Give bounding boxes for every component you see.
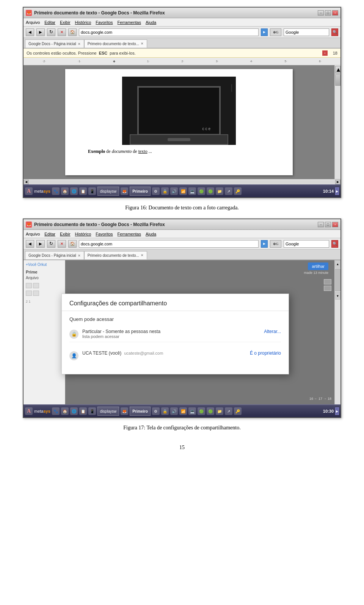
go-btn-1[interactable]: ▶	[261, 28, 268, 36]
home-btn-2[interactable]: 🏠	[68, 240, 77, 248]
taskbar-icon2-13[interactable]: 📁	[216, 407, 223, 415]
tab-primeiro-doc-2[interactable]: Primeiro documento de texto... ✕	[84, 251, 147, 259]
home-btn-1[interactable]: 🏠	[68, 28, 77, 36]
menu-ferramentas-1[interactable]: Ferramentas	[118, 20, 141, 25]
taskbar-expand-2[interactable]: ▶	[335, 407, 339, 415]
tab-google-docs-home-1[interactable]: Google Docs - Página inicial ✕	[25, 39, 84, 48]
taskbar-expand-1[interactable]: ▶	[335, 187, 339, 195]
taskbar-icon-13[interactable]: 📁	[216, 187, 223, 195]
scroll-thumb-2[interactable]	[335, 269, 340, 291]
taskbar-icon2-3[interactable]: 🌐	[70, 407, 78, 415]
tab-close-2[interactable]: ✕	[78, 254, 81, 258]
tab-primeiro-doc-1[interactable]: Primeiro documento de texto... ✕	[84, 39, 147, 48]
taskbar-icon-7[interactable]: 🔒	[161, 187, 169, 195]
taskbar-icon-14[interactable]: ↗	[225, 187, 232, 195]
taskbar-icon-5[interactable]: 📱	[88, 187, 96, 195]
scroll-up-2[interactable]: ▲	[335, 260, 340, 268]
menu-favoritos-2[interactable]: Favoritos	[96, 232, 113, 236]
scroll-down-2[interactable]: ▼	[335, 292, 340, 300]
maximize-btn-1[interactable]: □	[325, 10, 331, 16]
taskbar-icon2-12[interactable]: 🟢	[207, 407, 214, 415]
close-btn-1[interactable]: ×	[332, 10, 338, 16]
menu-editar-2[interactable]: Editar	[44, 232, 55, 236]
minimize-btn-2[interactable]: −	[318, 222, 324, 227]
tab-close-active-1[interactable]: ✕	[141, 42, 144, 46]
taskbar-icon2-9[interactable]: 📶	[179, 407, 187, 415]
maximize-btn-2[interactable]: □	[325, 222, 331, 227]
stop-btn-1[interactable]: ✕	[58, 28, 66, 36]
url-input-2[interactable]: docs.google.com	[79, 240, 259, 248]
search-go-btn-2[interactable]: 🔍	[331, 240, 338, 248]
forward-btn-1[interactable]: ▶	[36, 28, 45, 36]
taskbar-icon-11[interactable]: 🟢	[198, 187, 205, 195]
menu-editar-1[interactable]: Editar	[44, 20, 55, 25]
hscrollbar-1[interactable]: ◀ ▶	[24, 179, 340, 184]
taskbar-displaysw-2[interactable]: displaysw	[97, 407, 119, 416]
menu-favoritos-1[interactable]: Favoritos	[96, 20, 113, 25]
taskbar-icon2-14[interactable]: ↗	[225, 407, 232, 415]
menu-exibir-1[interactable]: Exibir	[60, 20, 71, 25]
scroll-right-1[interactable]: ▶	[335, 180, 340, 184]
taskbar-icon2-4[interactable]: 📋	[79, 407, 87, 415]
taskbar-icon-10[interactable]: 💻	[188, 187, 196, 195]
taskbar-firefox-icon-2[interactable]: 🦊	[121, 407, 128, 415]
taskbar-firefox-icon-1[interactable]: 🦊	[121, 187, 128, 195]
taskbar-icon-4[interactable]: 📋	[79, 187, 87, 195]
menu-ferramentas-2[interactable]: Ferramentas	[118, 232, 141, 236]
tab-google-docs-home-2[interactable]: Google Docs - Página inicial ✕	[25, 251, 84, 259]
refresh-btn-2[interactable]: ↻	[47, 240, 55, 248]
window-controls-1[interactable]: − □ ×	[318, 10, 338, 16]
taskbar-primeiro-2[interactable]: Primeiro	[130, 407, 151, 416]
taskbar-icon-9[interactable]: 📶	[179, 187, 187, 195]
taskbar-icon2-11[interactable]: 🟢	[198, 407, 205, 415]
taskbar-icon-3[interactable]: 🌐	[70, 187, 78, 195]
close-btn-2[interactable]: ×	[332, 222, 338, 227]
go-btn-2[interactable]: ▶	[261, 240, 268, 248]
stop-btn-2[interactable]: ✕	[58, 240, 66, 248]
taskbar-icon-12[interactable]: 🟢	[207, 187, 214, 195]
taskbar-icon2-7[interactable]: 🔒	[161, 407, 169, 415]
taskbar-icon-2[interactable]: 🏠	[61, 187, 69, 195]
scroll-thumb-1[interactable]	[335, 74, 340, 86]
tab-close-active-2[interactable]: ✕	[141, 253, 144, 257]
taskbar-icon-1[interactable]: 🐾	[52, 187, 60, 195]
back-btn-2[interactable]: ◀	[26, 240, 34, 248]
search-input-1[interactable]: Google	[284, 28, 329, 36]
menu-arquivo-2[interactable]: Arquivo	[26, 232, 40, 236]
zoom-btn-2[interactable]: ⊕G	[270, 240, 281, 248]
taskbar-icon2-15[interactable]: 🔑	[234, 407, 242, 415]
menu-historico-2[interactable]: Histórico	[75, 232, 91, 236]
taskbar-icon2-2[interactable]: 🏠	[61, 407, 69, 415]
menu-arquivo-1[interactable]: Arquivo	[26, 20, 40, 25]
tab-close-1[interactable]: ✕	[78, 42, 81, 46]
zoom-btn-1[interactable]: ⊕G	[270, 28, 281, 36]
window-controls-2[interactable]: − □ ×	[318, 222, 338, 227]
refresh-btn-1[interactable]: ↻	[47, 28, 55, 36]
taskbar-icon-8[interactable]: 🔊	[170, 187, 178, 195]
taskbar-icon2-1[interactable]: 🐾	[52, 407, 60, 415]
modal-alterar-link[interactable]: Alterar...	[264, 329, 281, 334]
search-input-2[interactable]: Google	[284, 240, 329, 248]
menu-exibir-2[interactable]: Exibir	[60, 232, 71, 236]
taskbar-icon2-5[interactable]: 📱	[88, 407, 96, 415]
search-go-btn-1[interactable]: 🔍	[331, 28, 338, 36]
taskbar-primeiro-1[interactable]: Primeiro	[130, 187, 151, 196]
url-input-1[interactable]: docs.google.com	[79, 28, 259, 36]
taskbar-icon-6[interactable]: ⚙	[152, 187, 160, 195]
scroll-left-1[interactable]: ◀	[24, 180, 29, 184]
scroll-up-1[interactable]: ▲	[335, 66, 340, 74]
taskbar-displaysw-1[interactable]: displaysw	[97, 187, 119, 196]
taskbar-icon-15[interactable]: 🔑	[234, 187, 242, 195]
notif-close-btn-1[interactable]: ×	[322, 50, 328, 56]
taskbar-icon2-8[interactable]: 🔊	[170, 407, 178, 415]
back-btn-1[interactable]: ◀	[26, 28, 34, 36]
taskbar-logo-1[interactable]: A	[25, 187, 33, 195]
taskbar-icon2-10[interactable]: 💻	[188, 407, 196, 415]
menu-ajuda-2[interactable]: Ajuda	[146, 232, 156, 236]
share-button-2[interactable]: artilhar	[308, 262, 328, 270]
taskbar-logo-2[interactable]: A	[25, 407, 33, 415]
taskbar-icon2-6[interactable]: ⚙	[152, 407, 160, 415]
scrollbar-2[interactable]: ▲ ▼	[334, 260, 340, 404]
menu-ajuda-1[interactable]: Ajuda	[146, 20, 156, 25]
forward-btn-2[interactable]: ▶	[36, 240, 45, 248]
